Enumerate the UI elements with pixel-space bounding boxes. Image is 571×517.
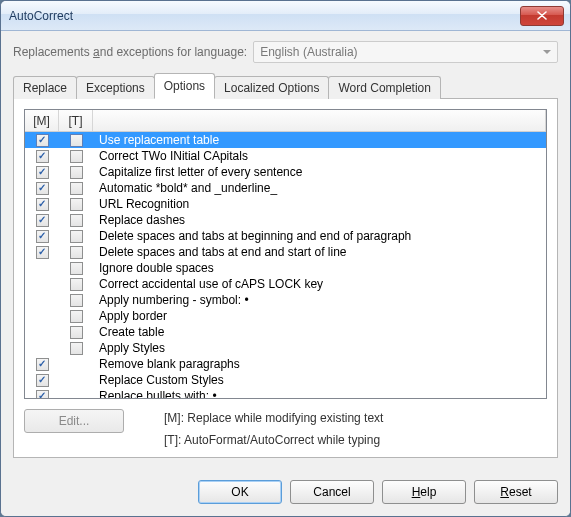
checkbox-t[interactable] bbox=[70, 182, 83, 195]
option-label: Ignore double spaces bbox=[93, 261, 546, 275]
close-button[interactable] bbox=[520, 6, 564, 26]
ok-button[interactable]: OK bbox=[198, 480, 282, 504]
option-label: Replace dashes bbox=[93, 213, 546, 227]
column-header-label[interactable] bbox=[93, 110, 546, 131]
column-header-m[interactable]: [M] bbox=[25, 110, 59, 131]
checkbox-m[interactable] bbox=[36, 390, 49, 399]
tab-strip: Replace Exceptions Options Localized Opt… bbox=[13, 73, 558, 98]
cell-t bbox=[59, 262, 93, 275]
options-list: [M] [T] Use replacement tableCorrect TWo… bbox=[24, 109, 547, 399]
cell-t bbox=[59, 342, 93, 355]
option-label: Use replacement table bbox=[93, 133, 546, 147]
checkbox-t[interactable] bbox=[70, 294, 83, 307]
checkbox-m[interactable] bbox=[36, 134, 49, 147]
autocorrect-dialog: AutoCorrect Replacements and exceptions … bbox=[0, 0, 571, 517]
cell-m bbox=[25, 374, 59, 387]
edit-button[interactable]: Edit... bbox=[24, 409, 124, 433]
cell-t bbox=[59, 198, 93, 211]
dialog-footer: OK Cancel Help Reset bbox=[1, 470, 570, 516]
list-body[interactable]: Use replacement tableCorrect TWo INitial… bbox=[25, 132, 546, 398]
cell-t bbox=[59, 230, 93, 243]
titlebar[interactable]: AutoCorrect bbox=[1, 1, 570, 31]
table-row[interactable]: Remove blank paragraphs bbox=[25, 356, 546, 372]
cell-m bbox=[25, 358, 59, 371]
cell-t bbox=[59, 182, 93, 195]
cell-m bbox=[25, 134, 59, 147]
checkbox-t[interactable] bbox=[70, 246, 83, 259]
option-label: Apply border bbox=[93, 309, 546, 323]
table-row[interactable]: Replace Custom Styles bbox=[25, 372, 546, 388]
help-button[interactable]: Help bbox=[382, 480, 466, 504]
reset-button[interactable]: Reset bbox=[474, 480, 558, 504]
option-label: Capitalize first letter of every sentenc… bbox=[93, 165, 546, 179]
option-label: Remove blank paragraphs bbox=[93, 357, 546, 371]
checkbox-m[interactable] bbox=[36, 166, 49, 179]
table-row[interactable]: Delete spaces and tabs at beginning and … bbox=[25, 228, 546, 244]
language-select[interactable]: English (Australia) bbox=[253, 41, 558, 63]
checkbox-m[interactable] bbox=[36, 230, 49, 243]
cell-m bbox=[25, 166, 59, 179]
checkbox-t[interactable] bbox=[70, 326, 83, 339]
cell-t bbox=[59, 278, 93, 291]
table-row[interactable]: Replace dashes bbox=[25, 212, 546, 228]
cell-m bbox=[25, 246, 59, 259]
table-row[interactable]: Delete spaces and tabs at end and start … bbox=[25, 244, 546, 260]
table-row[interactable]: Create table bbox=[25, 324, 546, 340]
checkbox-t[interactable] bbox=[70, 198, 83, 211]
table-row[interactable]: Correct accidental use of cAPS LOCK key bbox=[25, 276, 546, 292]
content-area: Replacements and exceptions for language… bbox=[1, 31, 570, 470]
checkbox-m[interactable] bbox=[36, 246, 49, 259]
option-label: Correct TWo INitial CApitals bbox=[93, 149, 546, 163]
cell-t bbox=[59, 134, 93, 147]
table-row[interactable]: Capitalize first letter of every sentenc… bbox=[25, 164, 546, 180]
options-panel: [M] [T] Use replacement tableCorrect TWo… bbox=[13, 98, 558, 458]
option-label: Automatic *bold* and _underline_ bbox=[93, 181, 546, 195]
table-row[interactable]: Replace bullets with: • bbox=[25, 388, 546, 398]
tab-replace[interactable]: Replace bbox=[13, 76, 77, 99]
option-label: Correct accidental use of cAPS LOCK key bbox=[93, 277, 546, 291]
cancel-button[interactable]: Cancel bbox=[290, 480, 374, 504]
table-row[interactable]: URL Recognition bbox=[25, 196, 546, 212]
checkbox-m[interactable] bbox=[36, 214, 49, 227]
tab-localized-options[interactable]: Localized Options bbox=[214, 76, 329, 99]
checkbox-t[interactable] bbox=[70, 278, 83, 291]
column-header-t[interactable]: [T] bbox=[59, 110, 93, 131]
checkbox-m[interactable] bbox=[36, 150, 49, 163]
option-label: Replace bullets with: • bbox=[93, 389, 546, 398]
checkbox-t[interactable] bbox=[70, 230, 83, 243]
table-row[interactable]: Ignore double spaces bbox=[25, 260, 546, 276]
option-label: Delete spaces and tabs at end and start … bbox=[93, 245, 546, 259]
language-row: Replacements and exceptions for language… bbox=[13, 41, 558, 63]
cell-t bbox=[59, 294, 93, 307]
option-label: Create table bbox=[93, 325, 546, 339]
option-label: Replace Custom Styles bbox=[93, 373, 546, 387]
table-row[interactable]: Apply border bbox=[25, 308, 546, 324]
checkbox-t[interactable] bbox=[70, 310, 83, 323]
checkbox-t[interactable] bbox=[70, 150, 83, 163]
cell-t bbox=[59, 246, 93, 259]
tab-exceptions[interactable]: Exceptions bbox=[76, 76, 155, 99]
table-row[interactable]: Apply numbering - symbol: • bbox=[25, 292, 546, 308]
legend-text: [M]: Replace while modifying existing te… bbox=[164, 411, 383, 447]
cell-t bbox=[59, 150, 93, 163]
option-label: Apply numbering - symbol: • bbox=[93, 293, 546, 307]
window-title: AutoCorrect bbox=[9, 9, 520, 23]
table-row[interactable]: Automatic *bold* and _underline_ bbox=[25, 180, 546, 196]
checkbox-t[interactable] bbox=[70, 166, 83, 179]
checkbox-t[interactable] bbox=[70, 262, 83, 275]
cell-m bbox=[25, 390, 59, 399]
list-header: [M] [T] bbox=[25, 110, 546, 132]
checkbox-t[interactable] bbox=[70, 342, 83, 355]
table-row[interactable]: Correct TWo INitial CApitals bbox=[25, 148, 546, 164]
checkbox-m[interactable] bbox=[36, 182, 49, 195]
table-row[interactable]: Apply Styles bbox=[25, 340, 546, 356]
checkbox-t[interactable] bbox=[70, 214, 83, 227]
checkbox-m[interactable] bbox=[36, 374, 49, 387]
cell-m bbox=[25, 150, 59, 163]
tab-word-completion[interactable]: Word Completion bbox=[328, 76, 440, 99]
checkbox-t[interactable] bbox=[70, 134, 83, 147]
tab-options[interactable]: Options bbox=[154, 73, 215, 99]
checkbox-m[interactable] bbox=[36, 358, 49, 371]
checkbox-m[interactable] bbox=[36, 198, 49, 211]
table-row[interactable]: Use replacement table bbox=[25, 132, 546, 148]
